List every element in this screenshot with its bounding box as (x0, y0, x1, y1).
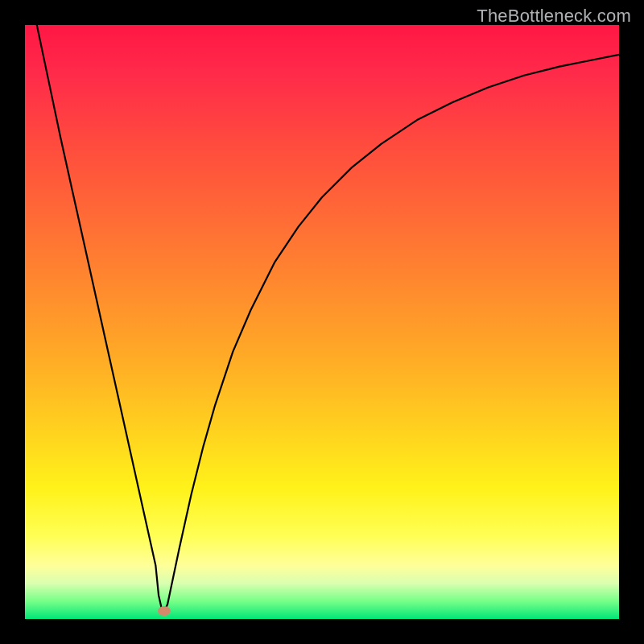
bottleneck-curve (25, 25, 619, 619)
plot-area (25, 25, 619, 619)
watermark-label: TheBottleneck.com (477, 6, 631, 27)
optimal-point-marker (158, 606, 171, 616)
chart-frame: TheBottleneck.com (0, 0, 644, 644)
